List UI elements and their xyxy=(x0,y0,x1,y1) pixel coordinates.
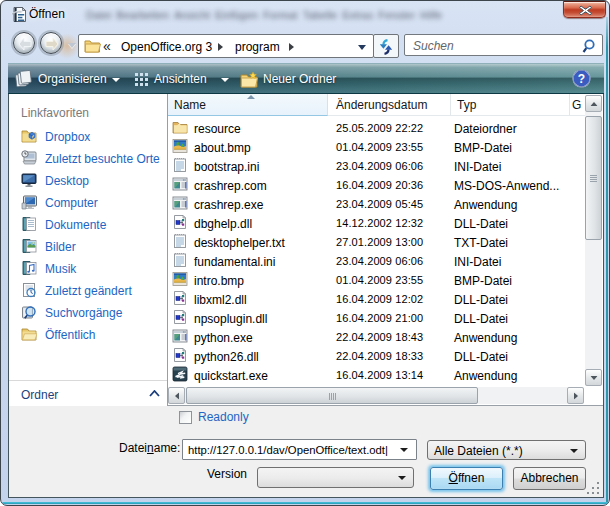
svg-text:?: ? xyxy=(578,72,585,86)
